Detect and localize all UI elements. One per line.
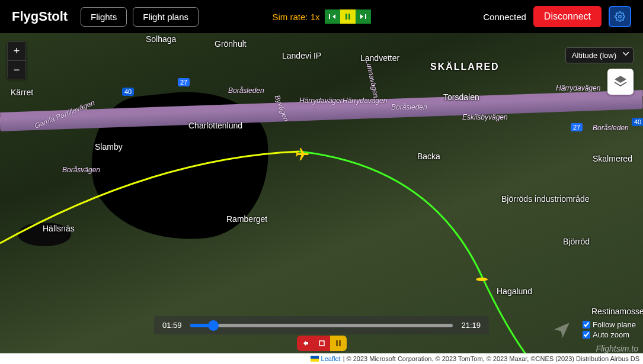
header: FlygStolt Flights Flight plans Sim rate:… bbox=[0, 0, 643, 33]
place-label: Kärret bbox=[11, 88, 33, 97]
layers-button[interactable] bbox=[607, 69, 634, 95]
place-label: Grönhult bbox=[215, 39, 247, 49]
svg-rect-0 bbox=[329, 14, 330, 19]
flights-button[interactable]: Flights bbox=[81, 7, 127, 27]
map-attribution: Leaflet | © 2023 Microsoft Corporation, … bbox=[0, 353, 643, 364]
road-label: Boråsleden bbox=[228, 86, 264, 95]
follow-plane-toggle[interactable]: Follow plane bbox=[583, 320, 636, 329]
playback-end-time: 21:19 bbox=[461, 321, 481, 330]
svg-rect-1 bbox=[346, 14, 347, 20]
simrate-faster-button[interactable] bbox=[356, 9, 371, 24]
zoom-in-button[interactable]: + bbox=[7, 41, 26, 60]
road-label: Härrydavägen bbox=[299, 96, 344, 105]
auto-zoom-toggle[interactable]: Auto zoom bbox=[583, 330, 636, 339]
leaflet-link[interactable]: Leaflet bbox=[321, 355, 341, 362]
simrate-label: Sim rate: 1x bbox=[272, 12, 319, 22]
playback-bar: 01:59 21:19 bbox=[154, 316, 489, 334]
place-label: Landevi IP bbox=[282, 51, 321, 60]
restart-button[interactable] bbox=[297, 336, 313, 351]
place-label: Backa bbox=[417, 152, 440, 161]
aircraft-marker bbox=[475, 275, 488, 285]
route-shield-40: 40 bbox=[122, 88, 134, 96]
place-label: Torsdalen bbox=[443, 92, 479, 102]
place-label: Restinamossen bbox=[591, 307, 643, 316]
svg-rect-7 bbox=[336, 340, 338, 346]
road-label: Lunnavägen bbox=[364, 59, 380, 99]
auto-zoom-checkbox[interactable] bbox=[583, 331, 590, 339]
route-shield-40: 40 bbox=[632, 118, 643, 126]
simrate-slower-button[interactable] bbox=[325, 9, 340, 24]
road-label: Härrydavägen bbox=[343, 96, 387, 105]
road-label: Härrydavägen bbox=[556, 84, 600, 92]
pause-button[interactable] bbox=[330, 336, 347, 351]
place-label: Slamby bbox=[95, 142, 123, 152]
location-arrow-icon bbox=[552, 320, 572, 340]
svg-rect-8 bbox=[339, 340, 341, 346]
zoom-control: + − bbox=[7, 41, 26, 79]
slider-thumb[interactable] bbox=[208, 320, 219, 331]
place-label: Björröd bbox=[563, 237, 590, 246]
return-icon bbox=[301, 340, 309, 347]
ukraine-flag-icon bbox=[311, 356, 319, 362]
place-label: Björröds industriområde bbox=[501, 194, 590, 204]
flight-plans-button[interactable]: Flight plans bbox=[133, 7, 199, 27]
road-label: Boråsleden bbox=[593, 124, 629, 132]
attribution-text: | © 2023 Microsoft Corporation, © 2023 T… bbox=[343, 355, 639, 362]
watermark: Flightsim.to bbox=[596, 344, 638, 353]
layers-icon bbox=[613, 75, 628, 89]
simrate-pause-button[interactable] bbox=[340, 9, 356, 24]
follow-plane-label: Follow plane bbox=[593, 320, 636, 329]
gear-icon bbox=[615, 11, 625, 22]
auto-zoom-label: Auto zoom bbox=[593, 330, 629, 339]
brand-title: FlygStolt bbox=[12, 9, 68, 24]
place-label: Landvetter bbox=[360, 53, 399, 63]
route-shield-27: 27 bbox=[571, 123, 583, 131]
settings-button[interactable] bbox=[609, 6, 631, 27]
map-toggles: Follow plane Auto zoom bbox=[583, 320, 636, 340]
route-shield-27: 27 bbox=[178, 78, 190, 86]
place-label: Hagalund bbox=[497, 286, 532, 296]
playback-slider[interactable] bbox=[190, 324, 453, 327]
follow-plane-checkbox[interactable] bbox=[583, 321, 590, 328]
place-label: Ramberget bbox=[226, 214, 267, 224]
place-label: Skalmered bbox=[593, 154, 632, 163]
place-label: Hällsnäs bbox=[43, 224, 75, 233]
svg-point-4 bbox=[619, 15, 622, 18]
zoom-out-button[interactable]: − bbox=[7, 60, 26, 79]
road-label: Eskilsbyvägen bbox=[462, 113, 508, 121]
map-view[interactable]: 27 40 27 40 Boråsleden Boråsleden Boråsl… bbox=[0, 33, 643, 364]
simrate-control: Sim rate: 1x bbox=[272, 9, 370, 24]
svg-rect-6 bbox=[319, 341, 324, 346]
svg-point-5 bbox=[476, 278, 488, 281]
aircraft-icon bbox=[292, 147, 310, 162]
disconnect-button[interactable]: Disconnect bbox=[533, 6, 602, 27]
altitude-dropdown[interactable]: Altitude (low) bbox=[565, 47, 634, 63]
playback-controls bbox=[297, 336, 347, 351]
svg-rect-2 bbox=[348, 14, 350, 20]
stop-button[interactable] bbox=[313, 336, 330, 351]
place-label: Charlottenlund bbox=[188, 121, 242, 130]
altitude-dropdown-label: Altitude (low) bbox=[572, 51, 616, 60]
connection-status: Connected bbox=[483, 12, 526, 22]
playback-start-time: 01:59 bbox=[162, 321, 182, 330]
svg-rect-3 bbox=[365, 14, 366, 19]
place-label: SKÄLLARED bbox=[430, 62, 500, 72]
pause-icon bbox=[335, 340, 341, 346]
stop-icon bbox=[319, 340, 325, 346]
place-label: Solhaga bbox=[146, 34, 176, 44]
road-label: Boråsleden bbox=[391, 103, 427, 111]
road-label: Boråsvägen bbox=[62, 166, 100, 174]
